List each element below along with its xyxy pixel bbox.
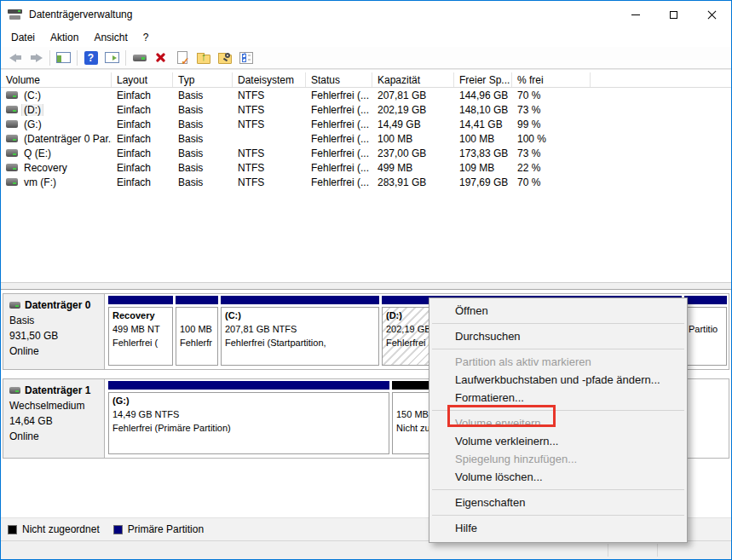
menubar-item-aktion[interactable]: Aktion (43, 29, 86, 46)
menu-item-volume-löschen[interactable]: Volume löschen... (429, 468, 687, 486)
volume-cell: (G:) (1, 118, 112, 130)
partition-block[interactable]: Recovery499 MB NTFehlerfrei ( (108, 296, 173, 369)
column-header[interactable]: Typ (173, 72, 233, 87)
column-header[interactable]: Kapazität (372, 72, 454, 87)
table-row[interactable]: (C:)EinfachBasisNTFSFehlerfrei (...207,8… (1, 88, 731, 102)
table-row[interactable]: Q (E:)EinfachBasisNTFSFehlerfrei (...237… (1, 146, 731, 160)
legend-item: Nicht zugeordnet (8, 523, 100, 535)
menubar-item-datei[interactable]: Datei (3, 29, 43, 46)
legend-label: Nicht zugeordnet (22, 523, 100, 535)
back-button[interactable] (4, 49, 26, 67)
disk-size: 931,50 GB (9, 328, 98, 344)
table-cell: 70 % (512, 89, 591, 101)
volume-name: (Datenträger 0 Par... (22, 133, 112, 145)
table-cell: Einfach (112, 104, 173, 116)
action-pane-button[interactable] (101, 49, 123, 67)
menubar-item-?[interactable]: ? (135, 29, 157, 46)
table-cell: Basis (173, 162, 233, 174)
volume-cell: Recovery (1, 162, 112, 174)
table-cell: 283,91 GB (372, 176, 454, 188)
partition-block[interactable]: 100 MBFehlerfr (176, 296, 218, 369)
menu-item-volume-verkleinern[interactable]: Volume verkleinern... (429, 432, 687, 450)
partition-name: Recovery (112, 309, 169, 322)
menu-item-durchsuchen[interactable]: Durchsuchen (429, 327, 687, 345)
table-cell: NTFS (233, 89, 306, 101)
table-cell: 22 % (512, 162, 591, 174)
highlight-box (447, 405, 556, 427)
column-header[interactable]: Freier Sp... (454, 72, 512, 87)
find-button[interactable] (214, 49, 235, 67)
volume-table-header: VolumeLayoutTypDateisystemStatusKapazitä… (1, 72, 731, 88)
menu-item-formatieren[interactable]: Formatieren... (429, 389, 687, 407)
properties-button[interactable] (235, 49, 256, 67)
maximize-button[interactable] (654, 2, 693, 28)
menu-item-öffnen[interactable]: Öffnen (429, 302, 687, 320)
table-row[interactable]: (D:)EinfachBasisNTFSFehlerfrei (...202,1… (1, 102, 731, 117)
partition-block[interactable]: (C:)207,81 GB NTFSFehlerfrei (Startparti… (221, 296, 379, 369)
table-cell: 144,96 GB (454, 89, 512, 101)
help-button[interactable] (80, 49, 101, 67)
partition-status: Fehlerfr (180, 336, 214, 349)
disk-panel-1[interactable]: Datenträger 1Wechselmedium14,64 GBOnline (3, 379, 105, 458)
export-list-button[interactable] (193, 49, 214, 67)
table-cell: Basis (173, 118, 233, 130)
menu-separator (429, 486, 687, 494)
disk-status: Online (9, 344, 98, 359)
volume-name: (C:) (22, 89, 43, 101)
table-cell: Fehlerfrei (... (306, 147, 372, 159)
column-header[interactable]: % frei (512, 72, 591, 87)
rescan-disks-button[interactable] (129, 49, 150, 67)
close-icon (707, 10, 717, 20)
table-row[interactable]: vm (F:)EinfachBasisNTFSFehlerfrei (...28… (1, 175, 731, 189)
delete-button[interactable] (150, 49, 171, 67)
volume-disk-icon (6, 106, 18, 113)
partition-body: Partitio (684, 307, 727, 366)
table-cell: Basis (173, 104, 233, 116)
partition-name: (C:) (225, 309, 375, 322)
volume-name: Q (E:) (22, 147, 53, 159)
forward-button[interactable] (26, 49, 47, 67)
partition-header-bar (108, 296, 173, 304)
partition-name: (G:) (112, 394, 385, 407)
column-header[interactable]: Volume (1, 72, 112, 87)
table-row[interactable]: RecoveryEinfachBasisNTFSFehlerfrei (...4… (1, 160, 731, 175)
statusbar-divider (657, 544, 658, 557)
pane-splitter[interactable] (1, 282, 731, 290)
close-button[interactable] (693, 2, 731, 28)
action-pane-icon (105, 52, 119, 63)
check-document-button[interactable] (171, 49, 193, 67)
disk-management-window: Datenträgerverwaltung DateiAktionAnsicht… (0, 0, 732, 560)
table-cell: NTFS (233, 176, 306, 188)
menu-item-eigenschaften[interactable]: Eigenschaften (429, 494, 687, 511)
disk-status: Online (9, 429, 98, 444)
menu-item-laufwerkbuchstaben-und-pfade-ändern[interactable]: Laufwerkbuchstaben und -pfade ändern... (429, 371, 687, 389)
table-cell: 148,10 GB (454, 104, 512, 116)
partition-block[interactable]: (G:)14,49 GB NTFSFehlerfrei (Primäre Par… (108, 381, 389, 458)
table-cell: Einfach (112, 89, 173, 101)
window-title: Datenträgerverwaltung (29, 9, 132, 20)
partition-header-bar (684, 296, 727, 304)
menu-item-partition-als-aktiv-markieren: Partition als aktiv markieren (429, 353, 687, 371)
statusbar-divider (608, 544, 608, 557)
column-header[interactable]: Layout (112, 72, 173, 87)
table-cell: 73 % (512, 104, 591, 116)
volume-cell: vm (F:) (1, 176, 112, 188)
toolbar (1, 47, 731, 69)
partition-name (180, 309, 214, 322)
table-cell: Fehlerfrei (... (306, 104, 372, 116)
export-list-icon (197, 55, 210, 64)
menubar-item-ansicht[interactable]: Ansicht (86, 29, 135, 46)
table-row[interactable]: (Datenträger 0 Par...EinfachBasisFehlerf… (1, 131, 731, 146)
column-header[interactable]: Dateisystem (233, 72, 306, 87)
back-icon (9, 54, 21, 62)
forward-icon (31, 54, 43, 62)
partition-block[interactable]: Partitio (684, 296, 727, 369)
disk-type: Basis (9, 313, 98, 328)
volume-name: vm (F:) (22, 176, 58, 188)
console-tree-button[interactable] (53, 49, 74, 67)
column-header[interactable]: Status (306, 72, 372, 87)
table-row[interactable]: (G:)EinfachBasisNTFSFehlerfrei (...14,49… (1, 117, 731, 131)
menu-item-hilfe[interactable]: Hilfe (429, 519, 687, 537)
disk-panel-0[interactable]: Datenträger 0Basis931,50 GBOnline (3, 294, 105, 369)
minimize-button[interactable] (616, 2, 654, 28)
